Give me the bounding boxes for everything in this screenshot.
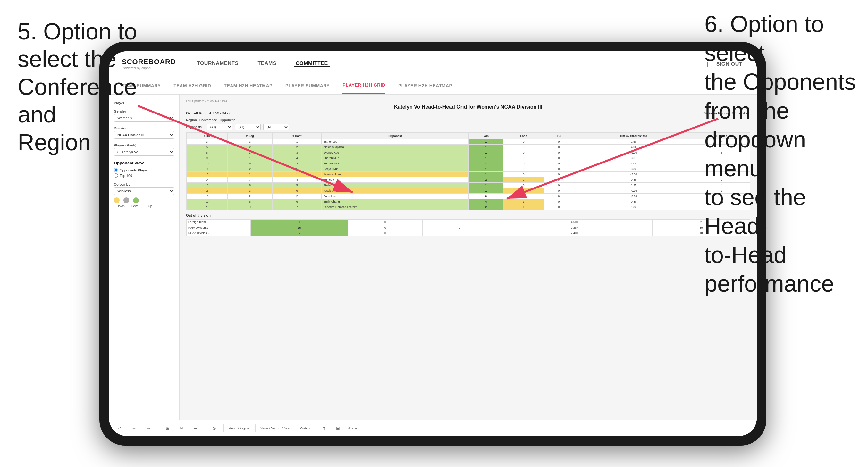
colour-label-level: Level bbox=[129, 205, 142, 208]
toolbar-cut[interactable]: ✄ bbox=[177, 424, 186, 432]
conference-select[interactable]: (All) bbox=[235, 124, 261, 130]
opponent-filter-label: Opponent bbox=[220, 118, 235, 122]
colour-dot-down bbox=[114, 197, 120, 203]
table-row: 18 bbox=[187, 194, 228, 199]
main-table-section: # Div # Reg # Conf Opponent Win Loss Tie… bbox=[186, 132, 750, 210]
nav-item-committee[interactable]: COMMITTEE bbox=[294, 61, 330, 67]
colour-labels: Down Level Up bbox=[114, 205, 175, 208]
table-row: 14 bbox=[187, 177, 228, 183]
opponent-filter-group: Opponent bbox=[220, 118, 235, 122]
annotation-left: 5. Option to select the Conference and R… bbox=[18, 18, 152, 156]
table-row: 15 bbox=[187, 183, 228, 188]
bottom-toolbar: ↺ ← → ⊞ ✄ ↪ ⊙ View: Original Save Custom… bbox=[109, 420, 757, 436]
last-updated: Last Updated: 27/03/2024 14:44 bbox=[186, 99, 750, 102]
out-of-division-table: Foreign Team 1 0 0 4.500 2 NAIA Division… bbox=[186, 219, 750, 236]
region-filter-label: Region bbox=[186, 118, 197, 122]
nav-items: TOURNAMENTS TEAMS COMMITTEE bbox=[195, 61, 707, 67]
sub-nav-player-h2h-heatmap[interactable]: PLAYER H2H HEATMAP bbox=[398, 77, 452, 94]
sub-nav-player-summary[interactable]: PLAYER SUMMARY bbox=[285, 77, 330, 94]
region-filter-group: Region bbox=[186, 118, 197, 122]
colour-label-up: Up bbox=[143, 205, 157, 208]
sub-nav-team-h2h-heatmap[interactable]: TEAM H2H HEATMAP bbox=[224, 77, 273, 94]
toolbar-sep-2 bbox=[205, 424, 205, 432]
records-row: Overall Record: 353 - 34 - 6 Division Re… bbox=[186, 111, 750, 115]
nav-item-tournaments[interactable]: TOURNAMENTS bbox=[195, 61, 240, 67]
toolbar-undo[interactable]: ↺ bbox=[116, 424, 124, 432]
col-header-opponent: Opponent bbox=[321, 133, 469, 139]
colour-dot-level bbox=[123, 197, 129, 203]
table-row: 13 bbox=[187, 172, 228, 177]
save-custom-view-btn[interactable]: Save Custom View bbox=[260, 426, 290, 430]
col-header-conf: # Conf bbox=[272, 133, 321, 139]
toolbar-sep-4 bbox=[255, 424, 255, 432]
out-of-division-header: Out of division bbox=[186, 214, 750, 217]
table-row: Foreign Team bbox=[187, 220, 251, 225]
overall-record: Overall Record: 353 - 34 - 6 bbox=[186, 111, 231, 115]
sub-nav-team-h2h-grid[interactable]: TEAM H2H GRID bbox=[174, 77, 211, 94]
col-header-win: Win bbox=[469, 133, 503, 139]
toolbar-sep-1 bbox=[158, 424, 158, 432]
table-row: NAIA Division 1 bbox=[187, 225, 251, 230]
top-nav: SCOREBOARD Powered by clippd TOURNAMENTS… bbox=[109, 51, 757, 77]
opponent-view-title: Opponent view bbox=[114, 161, 175, 165]
conference-filter-group: Conference bbox=[199, 118, 217, 122]
tablet-device: SCOREBOARD Powered by clippd TOURNAMENTS… bbox=[99, 42, 766, 445]
overall-record-value: 353 - 34 - 6 bbox=[213, 111, 231, 115]
filter-row: Region Conference Opponent bbox=[186, 118, 750, 122]
toolbar-forward[interactable]: → bbox=[144, 424, 153, 432]
col-header-reg: # Reg bbox=[228, 133, 273, 139]
colour-label-down: Down bbox=[114, 205, 127, 208]
table-row: 11 bbox=[187, 166, 228, 172]
opponent-select[interactable]: (All) bbox=[263, 124, 289, 130]
toolbar-grid[interactable]: ⊞ bbox=[163, 424, 172, 432]
sub-nav: TEAM SUMMARY TEAM H2H GRID TEAM H2H HEAT… bbox=[109, 77, 757, 95]
filter-selects-row: Opponents: (All) (All) (All) bbox=[186, 124, 750, 130]
col-header-loss: Loss bbox=[503, 133, 544, 139]
colour-section: Colour by Win/loss Down Level Up bbox=[114, 182, 175, 208]
radio-top-100[interactable]: Top 100 bbox=[114, 174, 175, 178]
main-content: Player Gender Women's Division NCAA Divi… bbox=[109, 95, 757, 420]
opponents-label: Opponents: bbox=[186, 125, 203, 129]
watch-btn[interactable]: Watch bbox=[300, 426, 310, 430]
table-row: 9 bbox=[187, 155, 228, 161]
colour-by-select[interactable]: Win/loss bbox=[114, 187, 175, 195]
table-row: 6 bbox=[187, 150, 228, 155]
col-header-div: # Div bbox=[187, 133, 228, 139]
radio-opponents-played[interactable]: Opponents Played bbox=[114, 168, 175, 172]
nav-item-teams[interactable]: TEAMS bbox=[256, 61, 278, 67]
col-header-diff: Diff Av Strokes/Rnd bbox=[574, 133, 693, 139]
toolbar-refresh[interactable]: ↪ bbox=[191, 424, 200, 432]
conference-filter-label: Conference bbox=[199, 118, 217, 122]
colour-dots bbox=[114, 197, 175, 203]
grid-area: Last Updated: 27/03/2024 14:44 Katelyn V… bbox=[180, 95, 757, 420]
app-container: SCOREBOARD Powered by clippd TOURNAMENTS… bbox=[109, 51, 757, 436]
sub-nav-player-h2h-grid[interactable]: PLAYER H2H GRID bbox=[342, 77, 385, 94]
table-row: 20 bbox=[187, 205, 228, 210]
out-of-division-table-section: Foreign Team 1 0 0 4.500 2 NAIA Division… bbox=[186, 219, 750, 236]
table-row: NCAA Division 2 bbox=[187, 230, 251, 236]
table-row: 3 bbox=[187, 139, 228, 145]
toolbar-share-icon[interactable]: ⬆ bbox=[320, 424, 329, 432]
view-original-btn[interactable]: View: Original bbox=[228, 426, 250, 430]
colour-by-label: Colour by bbox=[114, 182, 175, 186]
report-title: Katelyn Vo Head-to-Head Grid for Women's… bbox=[186, 104, 750, 110]
table-row: 10 bbox=[187, 161, 228, 166]
table-row: 19 bbox=[187, 199, 228, 205]
table-row: 5 bbox=[187, 145, 228, 150]
toolbar-back[interactable]: ← bbox=[129, 424, 139, 432]
toolbar-grid2[interactable]: ⊞ bbox=[334, 424, 342, 432]
opponents-select[interactable]: (All) bbox=[207, 124, 232, 130]
toolbar-sep-3 bbox=[223, 424, 224, 432]
annotation-right: 6. Option to select the Opponents from t… bbox=[705, 10, 858, 298]
main-data-table: # Div # Reg # Conf Opponent Win Loss Tie… bbox=[186, 133, 750, 210]
colour-dot-up bbox=[133, 197, 139, 203]
tablet-screen: SCOREBOARD Powered by clippd TOURNAMENTS… bbox=[109, 51, 757, 436]
col-header-tie: Tie bbox=[544, 133, 574, 139]
share-btn[interactable]: Share bbox=[347, 426, 356, 430]
toolbar-timer[interactable]: ⊙ bbox=[210, 424, 219, 432]
table-row: 16 bbox=[187, 188, 228, 194]
